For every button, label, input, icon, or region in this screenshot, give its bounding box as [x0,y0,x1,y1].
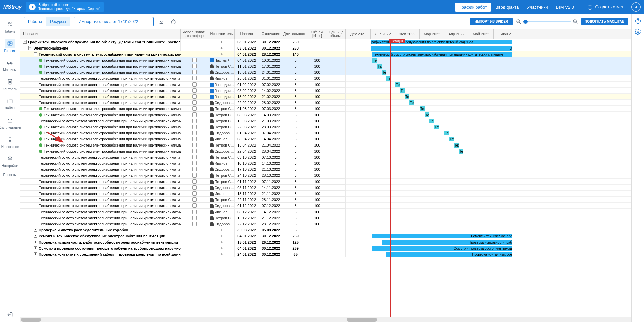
plus-icon: + [588,5,592,10]
nav-schedule[interactable]: График работ [455,3,491,12]
nav-create-report[interactable]: + Создать отчет [584,2,628,12]
top-header: MStroy Выбранный проект: Тестовый проект… [0,0,644,14]
create-report-label: Создать отчет [595,4,624,9]
divider [581,4,581,10]
user-avatar[interactable]: БР [631,2,641,12]
logo[interactable]: MStroy [3,4,22,10]
project-selector[interactable]: Выбранный проект: Тестовый проект для "К… [26,2,103,12]
nav-participants[interactable]: Участники [523,3,552,12]
project-name: Тестовый проект для "Квартал-Сервис" [38,7,100,11]
nav-bim[interactable]: BIM V2.0 [552,3,578,12]
nav-fact[interactable]: Ввод факта [491,3,523,12]
project-label: Выбранный проект: [38,3,100,7]
play-icon [29,4,36,10]
